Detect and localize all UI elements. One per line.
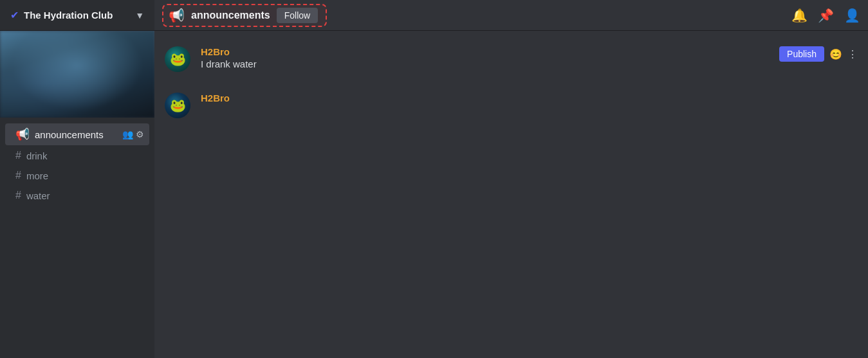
avatar-emoji-2: 🐸 <box>170 98 186 113</box>
message-text-1: I drank water <box>201 58 769 69</box>
sidebar-item-announcements[interactable]: 📢 announcements 👥 ⚙ <box>5 123 149 145</box>
avatar: 🐸 <box>165 46 190 72</box>
message-username-1: H2Bro <box>201 46 769 57</box>
sidebar-item-drink[interactable]: # drink <box>5 146 149 165</box>
channel-name-more: more <box>26 170 144 181</box>
topbar-announcement-icon: 📢 <box>169 8 185 23</box>
topbar-channel-name: announcements <box>191 10 270 21</box>
follow-button[interactable]: Follow <box>277 8 318 23</box>
messages-area: 🐸 H2Bro I drank water Publish 😊 ⋮ 🐸 H2Br… <box>154 31 868 358</box>
channels-list: 📢 announcements 👥 ⚙ # drink # more # wat… <box>0 118 154 358</box>
server-name: The Hydration Club <box>24 10 135 21</box>
channel-name-drink: drink <box>26 150 144 161</box>
sidebar-item-water[interactable]: # water <box>5 186 149 205</box>
message-content-2: H2Bro <box>201 93 858 105</box>
chevron-down-icon: ▼ <box>135 10 144 21</box>
pin-icon[interactable]: 📌 <box>818 8 834 23</box>
banner-image <box>0 31 154 118</box>
server-banner <box>0 31 154 118</box>
text-channel-icon-more: # <box>15 170 21 181</box>
more-options-icon[interactable]: ⋮ <box>847 48 858 60</box>
add-members-icon[interactable]: 👥 <box>122 129 133 139</box>
topbar: 📢 announcements Follow 🔔 📌 👤 <box>154 0 868 31</box>
publish-button[interactable]: Publish <box>779 46 824 62</box>
table-row: 🐸 H2Bro I drank water Publish 😊 ⋮ <box>154 41 868 77</box>
members-icon[interactable]: 👤 <box>844 8 860 23</box>
emoji-reaction-icon[interactable]: 😊 <box>829 48 842 60</box>
bell-icon[interactable]: 🔔 <box>791 8 808 23</box>
message-username-2: H2Bro <box>201 93 858 103</box>
sidebar-item-more[interactable]: # more <box>5 166 149 185</box>
text-channel-icon-drink: # <box>15 150 21 161</box>
announcement-channel-icon: 📢 <box>15 127 30 141</box>
topbar-channel-area: 📢 announcements Follow <box>162 4 327 27</box>
avatar-emoji-1: 🐸 <box>170 51 186 67</box>
avatar: 🐸 <box>165 93 190 118</box>
message-content-1: H2Bro I drank water <box>201 46 769 69</box>
channel-name-announcements: announcements <box>35 129 122 140</box>
channel-name-water: water <box>26 190 144 201</box>
server-check-icon: ✔ <box>10 9 19 21</box>
message-actions-1: Publish 😊 ⋮ <box>779 46 858 62</box>
main-content: 📢 announcements Follow 🔔 📌 👤 🐸 H2Bro I d… <box>154 0 868 358</box>
sidebar: ✔ The Hydration Club ▼ 📢 announcements 👥… <box>0 0 154 358</box>
server-header[interactable]: ✔ The Hydration Club ▼ <box>0 0 154 31</box>
text-channel-icon-water: # <box>15 190 21 201</box>
table-row: 🐸 H2Bro <box>154 87 868 123</box>
channel-actions: 👥 ⚙ <box>122 129 144 139</box>
settings-icon[interactable]: ⚙ <box>136 129 144 139</box>
topbar-icons: 🔔 📌 👤 <box>791 8 860 23</box>
